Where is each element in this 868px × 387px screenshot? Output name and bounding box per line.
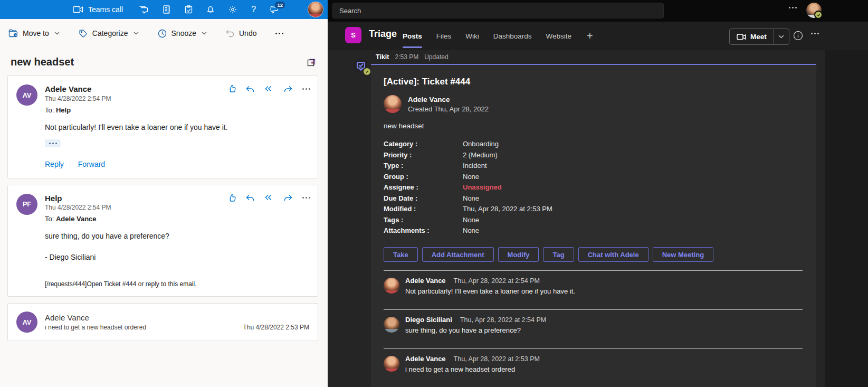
outlook-top-bar: Teams call xyxy=(0,0,328,19)
ticket-title: [Active]: Ticket #444 xyxy=(384,77,807,87)
field-label: Tags : xyxy=(384,216,463,224)
chat-icon[interactable] xyxy=(139,6,148,14)
collapsed-email-row[interactable]: AV Adele Vance i need to get a new heads… xyxy=(7,303,318,341)
channel-tab[interactable]: Posts xyxy=(403,22,422,50)
settings-gear-icon[interactable] xyxy=(228,5,237,14)
channel-more-icon[interactable] xyxy=(811,33,819,34)
outlook-toolbar: Move to Categorize xyxy=(0,19,328,48)
like-icon[interactable] xyxy=(228,84,236,93)
search-input[interactable] xyxy=(332,3,664,18)
field-value: Incident xyxy=(463,162,807,169)
field-value: Unassigned xyxy=(463,183,807,191)
outlook-reading-pane: new headset AV Adele Vance Thu 4/28/2022… xyxy=(0,56,328,341)
help-icon[interactable]: ? xyxy=(251,5,256,14)
reply-icon[interactable] xyxy=(246,194,254,201)
ticket-action-button[interactable]: Chat with Adele xyxy=(578,247,648,262)
channel-content: Tikit 2:53 PM Updated [Active]: Ticket #… xyxy=(328,50,868,387)
email-message-1: AV Adele Vance Thu 4/28/2022 2:54 PM To:… xyxy=(7,75,318,178)
avatar[interactable]: PF xyxy=(16,194,37,215)
field-label: Assignee : xyxy=(384,183,463,191)
message-more-icon[interactable] xyxy=(302,88,310,90)
teams-window: S Triage PostsFilesWikiDashboardsWebsite… xyxy=(328,0,868,387)
ticket-action-button[interactable]: Tag xyxy=(543,247,574,262)
like-icon[interactable] xyxy=(228,194,236,202)
open-in-new-window-icon[interactable] xyxy=(307,58,316,67)
outlook-account-avatar[interactable] xyxy=(308,2,323,17)
field-value: None xyxy=(463,194,807,202)
field-value: 2 (Medium) xyxy=(463,151,807,159)
ticket-actions: TakeAdd AttachmentModifyTagChat with Ade… xyxy=(384,247,807,262)
message-date: Thu 4/28/2022 2:54 PM xyxy=(45,95,111,102)
message-more-icon[interactable] xyxy=(302,197,310,199)
move-to-label: Move to xyxy=(23,29,49,37)
message-body: sure thing, do you have a preference? xyxy=(45,231,309,241)
video-camera-icon xyxy=(737,34,746,40)
video-camera-icon xyxy=(73,6,83,13)
teams-top-bar xyxy=(328,0,868,22)
right-gutter xyxy=(825,50,868,387)
reply-icon[interactable] xyxy=(246,86,254,92)
posts-pane: Tikit 2:53 PM Updated [Active]: Ticket #… xyxy=(328,50,825,387)
team-logo[interactable]: S xyxy=(345,27,361,43)
reply-item: Adele Vance Thu, Apr 28, 2022 at 2:54 PM… xyxy=(384,270,803,309)
channel-tab[interactable]: Wiki xyxy=(465,22,479,50)
divider xyxy=(71,160,71,168)
forward-icon[interactable] xyxy=(284,194,292,201)
outlook-top-icons: ? 12 xyxy=(139,5,280,14)
meet-button[interactable]: Meet xyxy=(730,29,774,44)
meet-options-chevron[interactable] xyxy=(774,29,789,44)
meet-label: Meet xyxy=(750,33,767,41)
teams-account-avatar[interactable] xyxy=(806,3,822,18)
field-label: Group : xyxy=(384,173,463,181)
teams-call-button[interactable]: Teams call xyxy=(73,5,123,14)
forward-link[interactable]: Forward xyxy=(78,160,105,168)
ticket-author-name: Adele Vance xyxy=(408,96,489,103)
ticket-summary: new headset xyxy=(384,122,807,130)
channel-tab[interactable]: Website xyxy=(546,22,572,50)
channel-info-icon[interactable] xyxy=(793,31,803,41)
field-value: None xyxy=(463,173,807,181)
channel-tab[interactable]: Dashboards xyxy=(493,22,532,50)
reply-author: Diego Siciliani xyxy=(405,316,452,324)
message-actions xyxy=(228,84,310,93)
notifications-bell-icon[interactable] xyxy=(207,5,214,14)
categorize-button[interactable]: Categorize xyxy=(79,29,139,38)
add-tab-icon[interactable]: + xyxy=(587,30,593,42)
chevron-down-icon xyxy=(202,32,207,35)
tikit-bot-avatar[interactable] xyxy=(352,58,370,75)
outlook-window: Teams call xyxy=(0,0,328,387)
onenote-icon[interactable] xyxy=(163,5,170,14)
ticket-action-button[interactable]: Take xyxy=(384,247,418,262)
undo-button[interactable]: Undo xyxy=(226,29,256,37)
field-value: None xyxy=(463,216,807,224)
reply-all-icon[interactable] xyxy=(264,86,274,92)
toolbar-more-icon[interactable] xyxy=(275,33,283,34)
snooze-button[interactable]: Snooze xyxy=(158,29,207,38)
reply-all-icon[interactable] xyxy=(264,194,274,201)
undo-label: Undo xyxy=(239,29,256,37)
todo-icon[interactable] xyxy=(185,5,193,14)
to-label: To: xyxy=(45,215,54,223)
email-subject-title: new headset xyxy=(11,56,74,68)
reply-link[interactable]: Reply xyxy=(45,160,64,168)
forward-icon[interactable] xyxy=(284,86,292,92)
snooze-label: Snooze xyxy=(171,29,196,37)
bot-name: Tikit xyxy=(376,53,389,61)
sender-name: Help xyxy=(45,194,111,204)
reply-date: Thu, Apr 28, 2022 at 2:53 PM xyxy=(454,355,540,363)
show-trimmed-content-button[interactable] xyxy=(45,139,61,147)
channel-tab[interactable]: Files xyxy=(436,22,452,50)
avatar[interactable]: AV xyxy=(16,84,37,106)
field-value: Onboarding xyxy=(463,140,807,148)
feedback-icon[interactable]: 12 xyxy=(270,6,280,14)
ticket-action-button[interactable]: Add Attachment xyxy=(422,247,494,262)
feedback-count-badge: 12 xyxy=(274,1,285,9)
ticket-action-button[interactable]: New Meeting xyxy=(653,247,713,262)
screen: Teams call xyxy=(0,0,868,387)
message-footer: [/requests/444]Open Ticket #444 or reply… xyxy=(45,280,309,288)
ticket-action-button[interactable]: Modify xyxy=(498,247,539,262)
field-label: Category : xyxy=(384,140,463,148)
move-to-button[interactable]: Move to xyxy=(8,29,60,37)
titlebar-more-icon[interactable] xyxy=(787,5,799,11)
avatar: AV xyxy=(16,312,37,333)
